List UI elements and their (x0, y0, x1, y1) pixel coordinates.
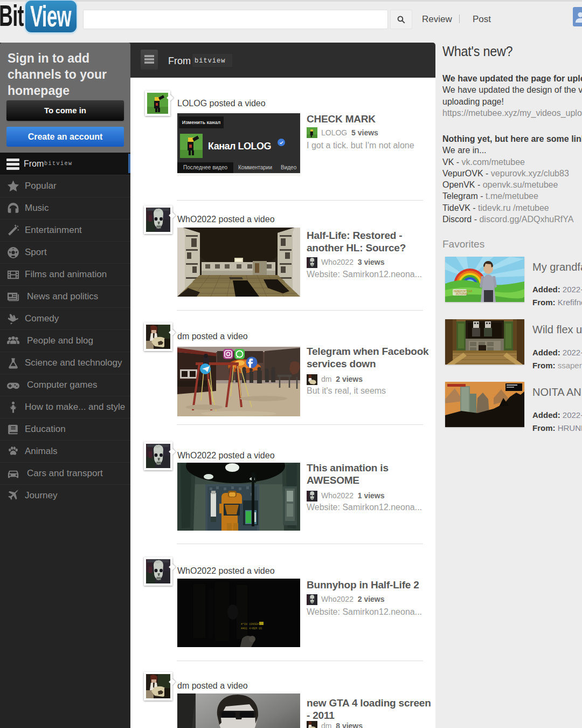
svg-text:ИСТОРИЯ: ИСТОРИЯ (456, 293, 468, 296)
svg-text:#*08 10NSE#: #*08 10NSE# (241, 623, 259, 626)
svg-text:##01 4>REM 06: ##01 4>REM 06 (241, 627, 262, 630)
